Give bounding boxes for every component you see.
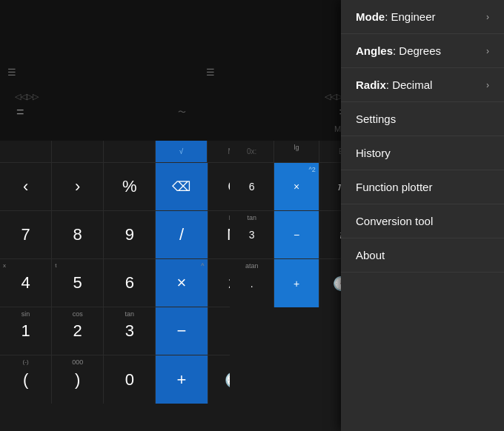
menu-item-label: History xyxy=(356,147,391,159)
key-backspace[interactable]: ⌫ xyxy=(156,163,208,210)
nav-fwd: ▷▷ xyxy=(27,92,39,101)
nav-back: ◁◁ xyxy=(15,92,27,101)
menu-item-angles[interactable]: Angles: Degrees› xyxy=(341,34,504,68)
menu-item-history[interactable]: History xyxy=(341,136,504,170)
label-cell xyxy=(0,141,52,162)
ext-key-dot[interactable]: atan . xyxy=(230,259,274,307)
key-5[interactable]: t 5 xyxy=(52,259,104,307)
key-0[interactable]: 0 xyxy=(104,355,156,404)
wave-icon: 〜 xyxy=(178,107,186,118)
chevron-right-icon: › xyxy=(486,46,489,56)
menu-item-mode[interactable]: Mode: Engineer› xyxy=(341,0,504,34)
key-8[interactable]: 8 xyxy=(52,211,104,258)
display-nav-row: ◁◁ ▷▷ ◁◁ ▷▷ xyxy=(9,92,354,101)
key-close-paren[interactable]: 000 ) xyxy=(52,355,104,404)
key-7[interactable]: 7 xyxy=(0,211,52,258)
display-sub-row: MC xyxy=(9,124,354,133)
key-3[interactable]: tan 3 xyxy=(104,307,156,355)
equals-left: = xyxy=(16,104,24,120)
label-cell-blue: √ xyxy=(156,141,208,162)
ext-key-plus2[interactable]: + xyxy=(274,259,319,307)
menu-item-label: Settings xyxy=(356,113,396,125)
key-1[interactable]: sin 1 xyxy=(0,307,52,355)
ext-key-multiply[interactable]: ^2 × xyxy=(274,163,319,210)
key-plus[interactable]: + xyxy=(156,355,208,404)
menu-item-label: Mode: Engineer xyxy=(356,10,436,23)
key-open-paren[interactable]: (-) ( xyxy=(0,355,52,404)
key-minus[interactable]: − xyxy=(156,307,208,355)
key-right1[interactable]: › xyxy=(52,163,104,210)
chevron-right-icon: › xyxy=(486,80,489,90)
menu-item-label: Radix: Decimal xyxy=(356,78,432,91)
ext-key-3[interactable]: tan 3 xyxy=(230,211,274,258)
display-area: ⋮ ◁◁ ▷▷ ◁◁ ▷▷ = 〜 = MC ☰ ☰ xyxy=(0,0,363,141)
menu-item-label: About xyxy=(356,249,385,261)
menu-item-conversion-tool[interactable]: Conversion tool xyxy=(341,204,504,238)
key-6[interactable]: 6 xyxy=(104,259,156,307)
menu-item-radix[interactable]: Radix: Decimal› xyxy=(341,68,504,102)
key-4[interactable]: x 4 xyxy=(0,259,52,307)
menu-item-label: Conversion tool xyxy=(356,215,433,227)
key-percent[interactable]: % xyxy=(104,163,156,210)
key-multiply[interactable]: ^ × xyxy=(156,259,208,307)
menu-item-label: Angles: Degrees xyxy=(356,44,441,57)
menu-item-label: Function plotter xyxy=(356,181,432,193)
menu-item-about[interactable]: About xyxy=(341,238,504,273)
nav-back2: ◁◁ xyxy=(325,92,336,101)
key-9[interactable]: 9 xyxy=(104,211,156,258)
label-cell xyxy=(52,141,104,162)
menu-item-settings[interactable]: Settings xyxy=(341,102,504,136)
menu-items-list: Mode: Engineer›Angles: Degrees›Radix: De… xyxy=(341,0,504,273)
context-menu: Mode: Engineer›Angles: Degrees›Radix: De… xyxy=(341,0,504,431)
label-cell xyxy=(104,141,156,162)
hamburger-icon2: ☰ xyxy=(206,67,215,78)
key-left1[interactable]: ‹ xyxy=(0,163,52,210)
key-2[interactable]: cos 2 xyxy=(52,307,104,355)
ext-key[interactable]: lg 6 xyxy=(230,163,274,210)
menu-item-function-plotter[interactable]: Function plotter xyxy=(341,170,504,204)
display-equals-row: = 〜 = xyxy=(9,104,354,120)
chevron-right-icon: › xyxy=(486,12,489,22)
ext-key-minus2[interactable]: − xyxy=(274,211,319,258)
key-divide[interactable]: / xyxy=(156,211,208,258)
hamburger-icon[interactable]: ☰ xyxy=(7,67,16,78)
